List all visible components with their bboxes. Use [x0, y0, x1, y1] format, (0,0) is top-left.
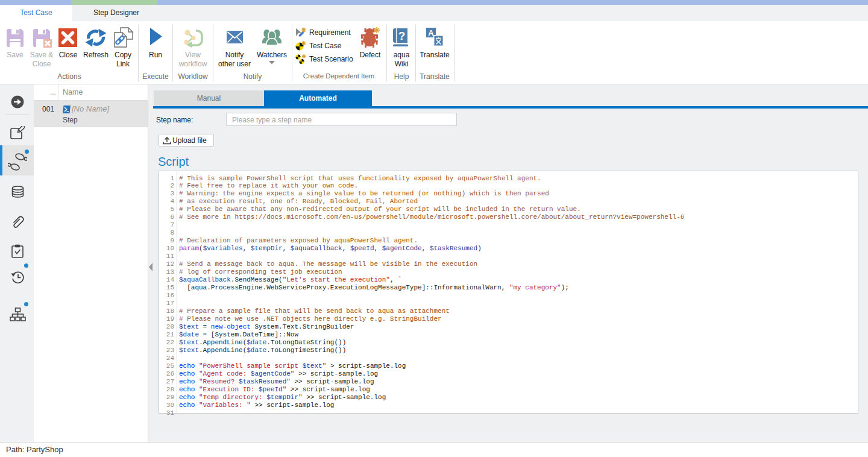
svg-text:?: ?	[398, 30, 406, 42]
svg-text:A: A	[428, 28, 434, 37]
